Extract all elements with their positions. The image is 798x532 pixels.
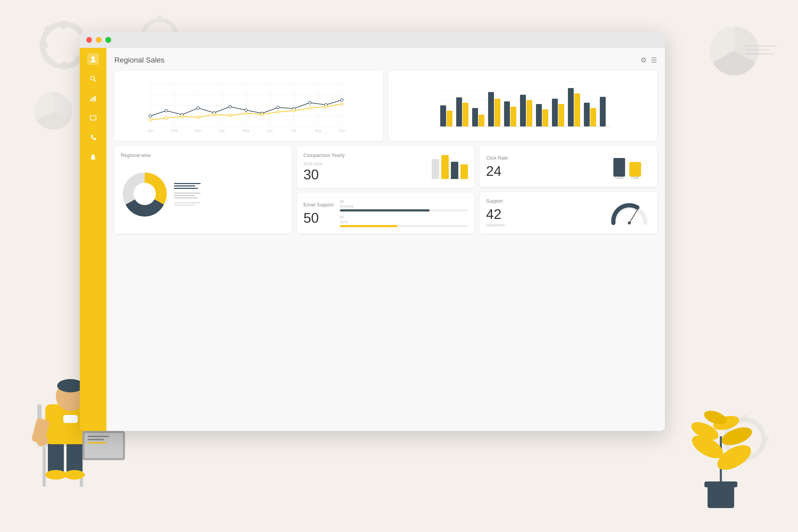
svg-rect-21 (762, 437, 769, 441)
menu-icon[interactable]: ☰ (651, 56, 657, 64)
browser-body: Regional Sales ⚙ ☰ (80, 48, 665, 431)
comparison-bar-2 (441, 155, 449, 179)
sidebar-item-profile[interactable] (87, 53, 99, 65)
comparison-title: Comparision Yearly (304, 153, 345, 158)
comparison-bar-1 (432, 159, 439, 179)
svg-rect-37 (66, 441, 82, 474)
delivered-bar-bg (340, 209, 468, 211)
svg-rect-56 (92, 97, 94, 101)
svg-rect-130 (558, 104, 564, 127)
support-subtitle: Unopened (486, 223, 504, 227)
svg-rect-129 (552, 99, 558, 127)
regional-legend (174, 183, 201, 206)
svg-text:Sep: Sep (339, 129, 345, 133)
sidebar (80, 48, 107, 431)
svg-point-51 (36, 434, 48, 446)
sidebar-item-phone[interactable] (87, 132, 99, 144)
svg-text:Apr: Apr (219, 129, 225, 133)
delivered-labels: 22 (340, 200, 468, 204)
email-support-card: Email Support 50 22 Delivered (297, 193, 475, 233)
svg-rect-135 (600, 97, 606, 127)
svg-rect-118 (462, 103, 469, 127)
svg-rect-116 (446, 111, 453, 127)
comparison-bar-3 (451, 162, 458, 179)
svg-rect-23 (704, 481, 737, 487)
svg-rect-115 (440, 105, 446, 127)
svg-point-74 (149, 115, 152, 117)
svg-point-137 (134, 183, 156, 205)
regional-card: Regional-wise (114, 146, 292, 233)
sidebar-item-messages[interactable] (87, 112, 99, 124)
search-icon (90, 75, 97, 82)
svg-text:Open: Open (615, 175, 624, 179)
donut-svg (121, 170, 169, 218)
email-support-bars: 22 Delivered 27 Send (340, 200, 468, 227)
analytics-icon (90, 95, 97, 102)
svg-text:Click: Click (631, 175, 639, 179)
send-label: Send (340, 220, 468, 224)
svg-point-77 (197, 107, 200, 109)
svg-point-143 (628, 221, 631, 225)
donut-chart (121, 170, 169, 219)
svg-rect-139 (629, 162, 641, 177)
click-rate-bars-svg: Open Click (608, 153, 651, 179)
svg-rect-49 (88, 442, 107, 443)
svg-point-88 (165, 117, 168, 119)
svg-rect-123 (504, 101, 510, 127)
svg-rect-125 (520, 95, 526, 127)
sidebar-item-analytics[interactable] (87, 93, 99, 104)
phone-icon (90, 134, 97, 141)
click-rate-left: Click Rate 24 (486, 155, 508, 178)
send-value: 27 (340, 215, 468, 219)
svg-text:Jan: Jan (147, 129, 153, 133)
svg-rect-57 (94, 96, 96, 101)
svg-rect-3 (61, 62, 66, 70)
comparison-left: Comparision Yearly 2019-2020 30 (304, 153, 345, 182)
right-column: Click Rate 24 Open Click (480, 146, 657, 233)
sidebar-item-notifications[interactable] (87, 152, 99, 163)
svg-point-86 (341, 99, 343, 101)
traffic-light-red[interactable] (86, 37, 92, 43)
regional-card-title: Regional-wise (121, 153, 285, 158)
messages-icon (90, 115, 97, 121)
svg-point-79 (229, 105, 231, 108)
svg-rect-22 (707, 484, 734, 508)
click-rate-card: Click Rate 24 Open Click (480, 146, 657, 187)
sidebar-item-search[interactable] (87, 73, 99, 84)
svg-point-97 (308, 107, 311, 109)
traffic-light-green[interactable] (105, 37, 111, 43)
svg-point-92 (229, 114, 231, 117)
svg-text:May: May (243, 129, 249, 133)
line-chart-svg: Jan Feb Mar Apr May Jun Jul Aug Sep (120, 76, 378, 135)
line-chart-card: Jan Feb Mar Apr May Jun Jul Aug Sep (114, 71, 383, 141)
comparison-year: 2019-2020 (304, 162, 345, 166)
bar-chart-svg (394, 76, 652, 135)
top-charts-grid: Jan Feb Mar Apr May Jun Jul Aug Sep (114, 71, 657, 141)
legend-item-b (174, 193, 201, 198)
svg-rect-138 (613, 158, 625, 177)
comparison-value: 30 (304, 168, 345, 182)
legend-item-c (174, 202, 201, 206)
svg-point-1 (53, 35, 75, 56)
browser-window: Regional Sales ⚙ ☰ (80, 32, 665, 431)
main-content: Regional Sales ⚙ ☰ (107, 48, 665, 431)
comparison-bar-4 (460, 165, 468, 179)
svg-rect-2 (61, 21, 66, 29)
traffic-light-yellow[interactable] (96, 37, 101, 43)
send-bar-bg (340, 225, 468, 227)
svg-point-94 (261, 113, 263, 116)
browser-titlebar (80, 32, 665, 48)
email-support-value: 50 (304, 211, 334, 225)
svg-point-38 (45, 470, 66, 480)
regional-card-body (121, 162, 285, 227)
svg-point-89 (181, 115, 184, 118)
settings-icon[interactable]: ⚙ (641, 56, 647, 64)
svg-point-53 (91, 76, 94, 80)
page-title: Regional Sales (114, 56, 165, 64)
click-rate-chart: Open Click (608, 153, 651, 180)
svg-text:Jun: Jun (267, 129, 273, 133)
click-rate-title: Click Rate (486, 155, 508, 161)
send-bar-fill (340, 225, 398, 227)
legend-item-a (174, 183, 201, 189)
email-support-title: Email Support (304, 202, 334, 208)
